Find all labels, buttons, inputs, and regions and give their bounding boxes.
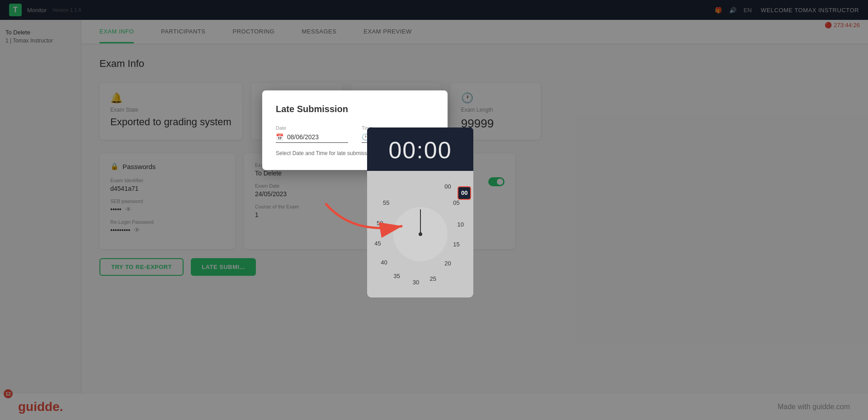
modal-date-field: Date 📅 08/06/2023	[276, 125, 348, 143]
clock-num-40[interactable]: 40	[381, 259, 387, 265]
clock-popup: 00:00 00 05 10 15 20 25 30 35 40 45 50 5…	[367, 127, 473, 297]
clock-face[interactable]: 00 05 10 15 20 25 30 35 40 45 50 55 00	[367, 171, 473, 297]
clock-num-00[interactable]: 00	[444, 183, 451, 189]
modal-title: Late Submission	[276, 104, 434, 114]
clock-num-05[interactable]: 05	[453, 199, 459, 206]
clock-num-10[interactable]: 10	[458, 221, 464, 227]
clock-display: 00:00	[367, 127, 473, 171]
clock-num-30[interactable]: 30	[413, 279, 419, 286]
clock-num-45[interactable]: 45	[374, 240, 381, 246]
clock-num-50[interactable]: 50	[377, 219, 383, 226]
modal-date-value: 📅 08/06/2023	[276, 133, 348, 141]
clock-num-55[interactable]: 55	[383, 199, 389, 206]
calendar-icon: 📅	[276, 133, 283, 141]
clock-selected-00[interactable]: 00	[458, 186, 471, 200]
clock-hand	[420, 209, 421, 234]
clock-num-25[interactable]: 25	[429, 275, 436, 282]
clock-num-15[interactable]: 15	[453, 241, 459, 248]
clock-num-20[interactable]: 20	[444, 260, 451, 267]
modal-date-label: Date	[276, 125, 348, 131]
clock-center-dot	[419, 232, 422, 236]
clock-num-35[interactable]: 35	[394, 273, 400, 279]
